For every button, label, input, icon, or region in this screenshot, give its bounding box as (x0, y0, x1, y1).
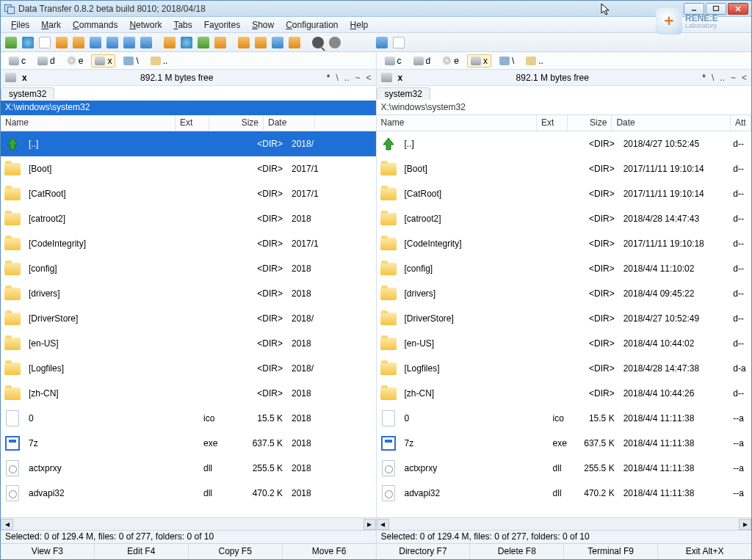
file-row[interactable]: [drivers]<DIR>2018/4/4 09:45:22d-- (377, 281, 752, 306)
toolbar-file-icon[interactable] (37, 35, 52, 50)
toolbar-refresh-icon[interactable] (4, 35, 18, 50)
col-ext[interactable]: Ext (537, 115, 568, 131)
fnkey-edit[interactable]: Edit F4 (95, 544, 189, 559)
file-row[interactable]: 0ico15.5 K2018 (1, 406, 376, 431)
maximize-button[interactable] (706, 3, 726, 15)
toolbar-blue-icon[interactable] (88, 35, 103, 50)
fnkey-move[interactable]: Move F6 (283, 544, 377, 559)
col-name[interactable]: Name (377, 115, 537, 131)
col-size[interactable]: Size (568, 115, 612, 131)
fnkey-delete[interactable]: Delete F8 (470, 544, 564, 559)
right-filelist[interactable]: [..]<DIR>2018/4/27 10:52:45d--[Boot]<DIR… (377, 131, 752, 517)
file-row[interactable]: [..]<DIR>2018/ (1, 131, 376, 156)
right-path[interactable]: X:\windows\system32 (377, 101, 752, 115)
menu-mark[interactable]: Mark (35, 18, 67, 32)
left-path[interactable]: X:\windows\system32 (1, 101, 376, 115)
menu-files[interactable]: Files (5, 18, 35, 32)
toolbar-refresh-icon[interactable] (196, 35, 211, 50)
col-date[interactable]: Date (612, 115, 731, 131)
file-row[interactable]: advapi32dll470.2 K2018/4/4 11:11:38--a (377, 481, 752, 506)
fnkey-terminal[interactable]: Terminal F9 (564, 544, 658, 559)
drive-\-button[interactable]: \ (496, 54, 518, 68)
file-row[interactable]: [CatRoot]<DIR>2017/1 (1, 181, 376, 206)
file-row[interactable]: [en-US]<DIR>2018/4/4 10:44:02d-- (377, 331, 752, 356)
file-row[interactable]: [config]<DIR>2018 (1, 256, 376, 281)
fnkey-directory[interactable]: Directory F7 (377, 544, 471, 559)
left-tab[interactable]: system32 (1, 87, 54, 100)
toolbar-world-icon[interactable] (179, 35, 194, 50)
nav-..-button[interactable]: .. (344, 73, 350, 83)
toolbar-blue-icon[interactable] (105, 35, 120, 50)
file-row[interactable]: [config]<DIR>2018/4/4 11:10:02d-- (377, 256, 752, 281)
file-row[interactable]: [CatRoot]<DIR>2017/11/11 19:10:14d-- (377, 181, 752, 206)
file-row[interactable]: [zh-CN]<DIR>2018/4/4 10:44:26d-- (377, 381, 752, 406)
left-hscroll[interactable]: ◂▸ (1, 517, 376, 530)
toolbar-orange-icon[interactable] (54, 35, 69, 50)
left-star[interactable]: * (327, 73, 330, 83)
menu-commands[interactable]: Commands (67, 18, 123, 32)
scroll-left-icon[interactable]: ◂ (1, 519, 13, 530)
toolbar-blue-icon[interactable] (375, 35, 389, 50)
menu-tabs[interactable]: Tabs (167, 18, 198, 32)
file-row[interactable]: [Boot]<DIR>2017/1 (1, 156, 376, 181)
menu-configuration[interactable]: Configuration (280, 18, 344, 32)
toolbar-find-icon[interactable] (311, 35, 325, 50)
toolbar-world-icon[interactable] (21, 35, 35, 50)
drive-d-button[interactable]: d (410, 54, 435, 68)
drive-x-button[interactable]: x (91, 54, 115, 68)
drive-e-button[interactable]: e (438, 54, 463, 68)
toolbar-orange-icon[interactable] (287, 35, 302, 50)
file-row[interactable]: actxprxydll255.5 K2018/4/4 11:11:38--a (377, 456, 752, 481)
right-tab[interactable]: system32 (377, 87, 430, 100)
menu-help[interactable]: Help (344, 18, 375, 32)
file-row[interactable]: 7zexe637.5 K2018 (1, 431, 376, 456)
close-button[interactable] (728, 3, 748, 15)
nav-<-button[interactable]: < (742, 73, 747, 83)
col-attr[interactable]: Att (731, 115, 751, 131)
file-row[interactable]: [Logfiles]<DIR>2018/ (1, 356, 376, 381)
nav-~-button[interactable]: ~ (731, 73, 736, 83)
drive-x-button[interactable]: x (467, 54, 491, 68)
file-row[interactable]: [zh-CN]<DIR>2018 (1, 381, 376, 406)
toolbar-blue-icon[interactable] (270, 35, 285, 50)
drive-e-button[interactable]: e (63, 54, 87, 68)
file-row[interactable]: [drivers]<DIR>2018 (1, 281, 376, 306)
left-drive-letter[interactable]: x (22, 73, 27, 83)
scroll-right-icon[interactable]: ▸ (364, 519, 376, 530)
fnkey-copy[interactable]: Copy F5 (189, 544, 283, 559)
file-row[interactable]: [DriverStore]<DIR>2018/ (1, 306, 376, 331)
nav-..-button[interactable]: .. (720, 73, 725, 83)
file-row[interactable]: [..]<DIR>2018/4/27 10:52:45d-- (377, 131, 752, 156)
toolbar-gear-icon[interactable] (328, 35, 342, 50)
file-row[interactable]: actxprxydll255.5 K2018 (1, 456, 376, 481)
col-ext[interactable]: Ext (176, 115, 209, 131)
nav-\-button[interactable]: \ (336, 73, 338, 83)
file-row[interactable]: [Boot]<DIR>2017/11/11 19:10:14d-- (377, 156, 752, 181)
drive-..-button[interactable]: .. (147, 54, 172, 68)
scroll-right-icon[interactable]: ▸ (739, 519, 751, 530)
drive-\-button[interactable]: \ (120, 54, 142, 68)
drive-d-button[interactable]: d (34, 54, 59, 68)
menu-favorites[interactable]: Favorites (198, 18, 246, 32)
file-row[interactable]: 7zexe637.5 K2018/4/4 11:11:38--a (377, 431, 752, 456)
nav-~-button[interactable]: ~ (355, 73, 360, 83)
drive-c-button[interactable]: c (5, 54, 29, 68)
file-row[interactable]: [catroot2]<DIR>2018 (1, 206, 376, 231)
file-row[interactable]: [CodeIntegrity]<DIR>2017/1 (1, 231, 376, 256)
nav-<-button[interactable]: < (366, 73, 371, 83)
titlebar[interactable]: Data Transfer 0.8.2 beta build 8010; 201… (1, 1, 751, 17)
menu-show[interactable]: Show (246, 18, 280, 32)
toolbar-drive-icon[interactable] (351, 35, 366, 50)
right-star[interactable]: * (702, 73, 706, 83)
toolbar-orange-icon[interactable] (253, 35, 268, 50)
nav-\-button[interactable]: \ (712, 73, 714, 83)
file-row[interactable]: [CodeIntegrity]<DIR>2017/11/11 19:10:18d… (377, 231, 752, 256)
right-hscroll[interactable]: ◂▸ (377, 517, 752, 530)
scroll-left-icon[interactable]: ◂ (377, 519, 389, 530)
toolbar-orange-icon[interactable] (236, 35, 251, 50)
toolbar-orange-icon[interactable] (162, 35, 177, 50)
file-row[interactable]: [Logfiles]<DIR>2018/4/28 14:47:38d-a (377, 356, 752, 381)
drive-c-button[interactable]: c (381, 54, 405, 68)
file-row[interactable]: [DriverStore]<DIR>2018/4/27 10:52:49d-- (377, 306, 752, 331)
minimize-button[interactable] (684, 3, 704, 15)
